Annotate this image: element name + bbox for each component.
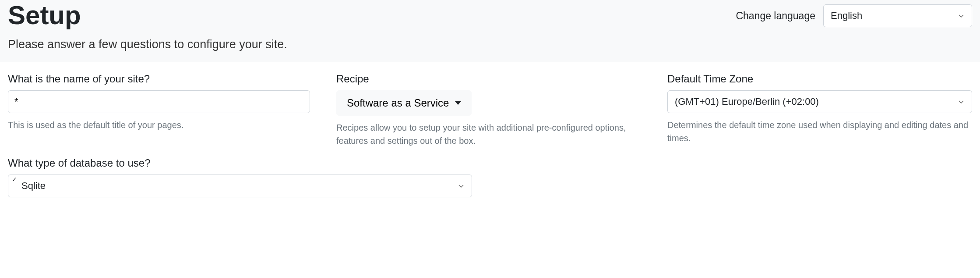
recipe-help: Recipes allow you to setup your site wit… xyxy=(336,121,641,147)
timezone-select[interactable]: (GMT+01) Europe/Berlin (+02:00) xyxy=(667,90,972,113)
site-name-input[interactable] xyxy=(8,90,310,113)
recipe-value: Software as a Service xyxy=(347,97,449,109)
timezone-help: Determines the default time zone used wh… xyxy=(667,118,972,145)
database-select[interactable]: ✓ Sqlite xyxy=(8,175,472,197)
chevron-down-icon xyxy=(958,12,965,19)
page-subtitle: Please answer a few questions to configu… xyxy=(8,38,972,51)
site-name-field: What is the name of your site? This is u… xyxy=(8,73,310,147)
database-label: What type of database to use? xyxy=(8,157,972,169)
setup-form: What is the name of your site? This is u… xyxy=(0,62,980,206)
recipe-field: Recipe Software as a Service Recipes all… xyxy=(336,73,641,147)
setup-header: Setup Change language English Please ans… xyxy=(0,0,980,62)
chevron-down-icon xyxy=(458,182,465,189)
site-name-help: This is used as the default title of you… xyxy=(8,118,310,132)
check-icon: ✓ xyxy=(12,176,17,183)
language-select[interactable]: English xyxy=(823,4,972,27)
language-select-value: English xyxy=(831,10,862,21)
recipe-dropdown-button[interactable]: Software as a Service xyxy=(336,90,472,116)
chevron-down-icon xyxy=(958,98,965,105)
timezone-field: Default Time Zone (GMT+01) Europe/Berlin… xyxy=(667,73,972,147)
timezone-label: Default Time Zone xyxy=(667,73,972,85)
recipe-label: Recipe xyxy=(336,73,641,85)
site-name-label: What is the name of your site? xyxy=(8,73,310,85)
caret-down-icon xyxy=(455,101,461,105)
database-value: Sqlite xyxy=(15,180,46,192)
timezone-value: (GMT+01) Europe/Berlin (+02:00) xyxy=(675,96,819,107)
page-title: Setup xyxy=(8,0,81,30)
change-language-label: Change language xyxy=(736,10,815,22)
database-field: What type of database to use? ✓ Sqlite xyxy=(8,157,972,197)
language-selector-wrap: Change language English xyxy=(736,0,972,27)
